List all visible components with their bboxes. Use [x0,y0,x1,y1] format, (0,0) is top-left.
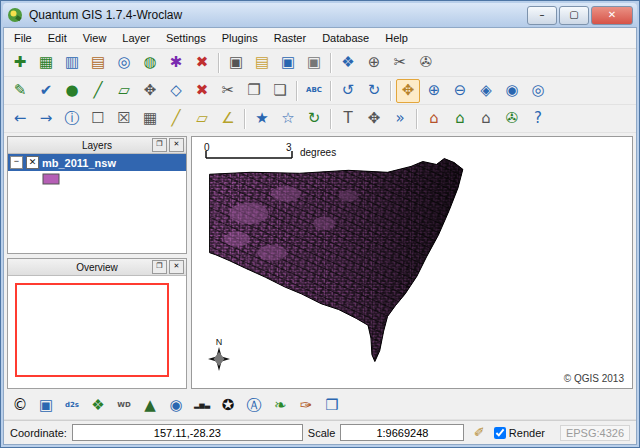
capture-line-button[interactable]: ╱ [86,79,110,103]
node-tool-button[interactable]: ◇ [164,79,188,103]
menu-settings[interactable]: Settings [158,30,214,46]
cut-tool-button[interactable]: ✂ [388,51,412,75]
scale-input[interactable] [340,424,464,441]
menu-file[interactable]: File [6,30,40,46]
capture-point-button[interactable]: ● [60,79,84,103]
deselect-features-button[interactable]: ☒ [112,107,136,131]
zoom-next-button[interactable]: → [34,107,58,131]
open-attribute-table-button[interactable]: ▦ [138,107,162,131]
close-button[interactable]: ✕ [591,6,633,25]
pan-map-button[interactable]: ✥ [396,79,420,103]
layer-symbology-swatch[interactable] [42,173,60,185]
capture-polygon-button[interactable]: ▱ [112,79,136,103]
georeferencer-button[interactable]: ⊕ [362,51,386,75]
render-toggle[interactable]: Render [494,427,545,439]
evis-browser-plugin-button[interactable]: ▣ [34,394,58,418]
help-contents-button[interactable]: ? [526,107,550,131]
expander-icon[interactable]: − [10,156,23,169]
stop-rendering-button[interactable]: ✐ [469,423,488,443]
select-features-button[interactable]: ☐ [86,107,110,131]
layer-item-mb-2011-nsw[interactable]: − ✕ mb_2011_nsw [8,154,186,171]
add-vector-layer-button[interactable]: ✚ [8,51,32,75]
measure-angle-button[interactable]: ∠ [216,107,240,131]
move-annotation-button[interactable]: ✥ [362,107,386,131]
float-panel-button[interactable]: ❐ [152,260,167,274]
show-bookmarks-button[interactable]: ☆ [276,107,300,131]
identify-features-button[interactable]: ⓘ [60,107,84,131]
toggle-editing-button[interactable]: ✎ [8,79,32,103]
add-wms-layer-button[interactable]: ◎ [112,51,136,75]
zoom-to-layer-button[interactable]: ◎ [526,79,550,103]
new-bookmark-button[interactable]: ★ [250,107,274,131]
zoom-full-extent-button[interactable]: ◈ [474,79,498,103]
overview-canvas[interactable] [8,276,186,388]
menu-database[interactable]: Database [314,30,377,46]
add-wfs-layer-button[interactable]: ◍ [138,51,162,75]
menu-view[interactable]: View [75,30,115,46]
add-spatialite-layer-button[interactable]: ▤ [86,51,110,75]
topology-nodes-button[interactable]: ❖ [336,51,360,75]
open-project-button[interactable]: ▤ [250,51,274,75]
grass-open-mapset-button[interactable]: ⌂ [422,107,446,131]
north-arrow-plugin-button[interactable]: ✪ [216,394,240,418]
refresh-map-button[interactable]: ↻ [302,107,326,131]
float-panel-button[interactable]: ❐ [152,138,167,152]
render-label: Render [509,427,545,439]
add-postgis-layer-button[interactable]: ▥ [60,51,84,75]
save-project-as-button[interactable]: ▣ [302,51,326,75]
interpolation-plugin-button[interactable]: ❖ [86,394,110,418]
spit-postgis-import-plugin-button[interactable]: ❒ [320,394,344,418]
wd-plugin-button[interactable]: WD [112,394,136,418]
close-panel-button[interactable]: ✕ [169,260,184,274]
annotation-plugin-button[interactable]: Ⓐ [242,394,266,418]
add-raster-layer-button[interactable]: ▦ [34,51,58,75]
new-print-composer-button[interactable]: ▣ [224,51,248,75]
cut-features-button[interactable]: ✂ [216,79,240,103]
menu-raster[interactable]: Raster [266,30,314,46]
zoom-to-selection-button[interactable]: ◉ [500,79,524,103]
grass-tools-button[interactable]: ✇ [500,107,524,131]
grass-close-mapset-button[interactable]: ⌂ [474,107,498,131]
plugin-manager-button[interactable]: ✇ [414,51,438,75]
grass-new-mapset-button[interactable]: ⌂ [448,107,472,131]
move-feature-button[interactable]: ✥ [138,79,162,103]
python-console-button[interactable]: » [388,107,412,131]
menu-edit[interactable]: Edit [40,30,75,46]
measure-line-button[interactable]: ╱ [164,107,188,131]
road-graph-plugin-button[interactable]: ✑ [294,394,318,418]
menu-layer[interactable]: Layer [114,30,158,46]
zoom-out-button[interactable]: ⊖ [448,79,472,103]
remove-layer-button[interactable]: ✖ [190,51,214,75]
profile-tool-plugin-button[interactable]: ▂▅▃ [190,394,214,418]
gdal-tools-plugin-button[interactable]: ▲ [138,394,162,418]
redo-icon: ↻ [368,83,381,98]
zoom-last-button[interactable]: ← [8,107,32,131]
delete-selected-button[interactable]: ✖ [190,79,214,103]
render-checkbox[interactable] [494,427,506,439]
copy-features-button[interactable]: ❐ [242,79,266,103]
close-panel-button[interactable]: ✕ [169,138,184,152]
map-canvas[interactable]: 0 3 degrees N © QGIS 2013 [191,136,633,389]
layer-visibility-checkbox[interactable]: ✕ [26,156,39,169]
save-project-button[interactable]: ▣ [276,51,300,75]
text-annotation-button[interactable]: T [336,107,360,131]
label-tool-button[interactable]: ABC [302,79,326,103]
save-edits-button[interactable]: ✔ [34,79,58,103]
dxf2shp-converter-plugin-button[interactable]: d2s [60,394,84,418]
maximize-button[interactable]: ▢ [559,6,589,25]
zoom-in-button[interactable]: ⊕ [422,79,446,103]
minimize-button[interactable]: – [527,6,557,25]
paste-features-button[interactable]: ❏ [268,79,292,103]
undo-button[interactable]: ↺ [336,79,360,103]
coordinate-input[interactable] [72,424,303,441]
copyright-label-plugin-button[interactable]: © [8,394,32,418]
redo-button[interactable]: ↻ [362,79,386,103]
overview-extent-rect[interactable] [15,283,169,377]
measure-area-button[interactable]: ▱ [190,107,214,131]
menu-help[interactable]: Help [377,30,416,46]
coordinate-capture-plugin-button[interactable]: ◉ [164,394,188,418]
menu-plugins[interactable]: Plugins [214,30,266,46]
titlebar[interactable]: Quantum GIS 1.7.4-Wroclaw – ▢ ✕ [3,3,637,27]
ftools-plugin-button[interactable]: ❧ [268,394,292,418]
new-shapefile-layer-button[interactable]: ✱ [164,51,188,75]
